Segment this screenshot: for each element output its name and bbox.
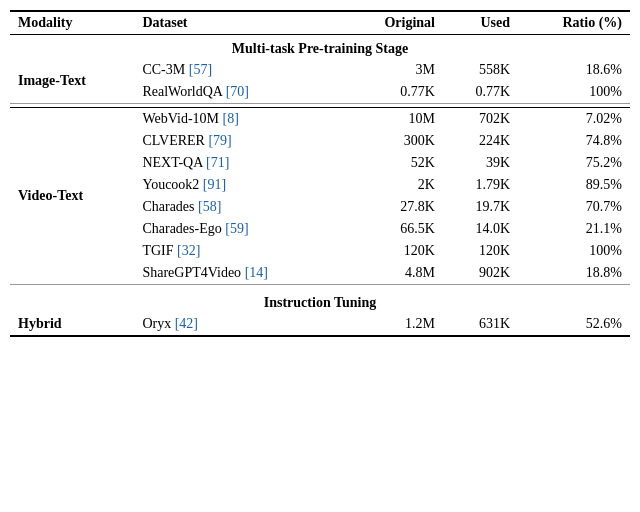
used-cell: 39K — [443, 152, 518, 174]
citation: [14] — [245, 265, 268, 280]
citation: [59] — [225, 221, 248, 236]
dataset-cell: Oryx [42] — [134, 313, 344, 336]
ratio-cell: 100% — [518, 81, 630, 104]
used-cell: 702K — [443, 108, 518, 131]
citation: [57] — [189, 62, 212, 77]
used-cell: 224K — [443, 130, 518, 152]
table-container: Modality Dataset Original Used Ratio (%)… — [10, 10, 630, 337]
citation: [70] — [226, 84, 249, 99]
citation: [79] — [208, 133, 231, 148]
ratio-cell: 70.7% — [518, 196, 630, 218]
ratio-cell: 100% — [518, 240, 630, 262]
used-cell: 120K — [443, 240, 518, 262]
used-cell: 1.79K — [443, 174, 518, 196]
dataset-cell: Charades-Ego [59] — [134, 218, 344, 240]
dataset-cell: ShareGPT4Video [14] — [134, 262, 344, 285]
original-cell: 0.77K — [344, 81, 443, 104]
dataset-cell: TGIF [32] — [134, 240, 344, 262]
col-used: Used — [443, 11, 518, 35]
dataset-cell: RealWorldQA [70] — [134, 81, 344, 104]
section-header: Instruction Tuning — [10, 289, 630, 313]
section-header: Multi-task Pre-training Stage — [10, 35, 630, 60]
original-cell: 1.2M — [344, 313, 443, 336]
ratio-cell: 52.6% — [518, 313, 630, 336]
ratio-cell: 21.1% — [518, 218, 630, 240]
used-cell: 19.7K — [443, 196, 518, 218]
dataset-cell: WebVid-10M [8] — [134, 108, 344, 131]
used-cell: 14.0K — [443, 218, 518, 240]
citation: [58] — [198, 199, 221, 214]
dataset-cell: CC-3M [57] — [134, 59, 344, 81]
original-cell: 3M — [344, 59, 443, 81]
used-cell: 558K — [443, 59, 518, 81]
ratio-cell: 18.6% — [518, 59, 630, 81]
original-cell: 10M — [344, 108, 443, 131]
used-cell: 0.77K — [443, 81, 518, 104]
dataset-cell: CLVERER [79] — [134, 130, 344, 152]
dataset-cell: Charades [58] — [134, 196, 344, 218]
citation: [32] — [177, 243, 200, 258]
dataset-cell: NEXT-QA [71] — [134, 152, 344, 174]
citation: [71] — [206, 155, 229, 170]
citation: [8] — [223, 111, 239, 126]
modality-cell: Hybrid — [10, 313, 134, 336]
modality-cell: Video-Text — [10, 108, 134, 285]
dataset-cell: Youcook2 [91] — [134, 174, 344, 196]
data-table: Modality Dataset Original Used Ratio (%)… — [10, 10, 630, 337]
original-cell: 27.8K — [344, 196, 443, 218]
ratio-cell: 7.02% — [518, 108, 630, 131]
original-cell: 66.5K — [344, 218, 443, 240]
col-ratio: Ratio (%) — [518, 11, 630, 35]
citation: [91] — [203, 177, 226, 192]
original-cell: 120K — [344, 240, 443, 262]
ratio-cell: 75.2% — [518, 152, 630, 174]
original-cell: 4.8M — [344, 262, 443, 285]
citation: [42] — [175, 316, 198, 331]
original-cell: 2K — [344, 174, 443, 196]
ratio-cell: 18.8% — [518, 262, 630, 285]
original-cell: 52K — [344, 152, 443, 174]
col-modality: Modality — [10, 11, 134, 35]
ratio-cell: 74.8% — [518, 130, 630, 152]
used-cell: 902K — [443, 262, 518, 285]
used-cell: 631K — [443, 313, 518, 336]
col-original: Original — [344, 11, 443, 35]
original-cell: 300K — [344, 130, 443, 152]
ratio-cell: 89.5% — [518, 174, 630, 196]
col-dataset: Dataset — [134, 11, 344, 35]
modality-cell: Image-Text — [10, 59, 134, 104]
